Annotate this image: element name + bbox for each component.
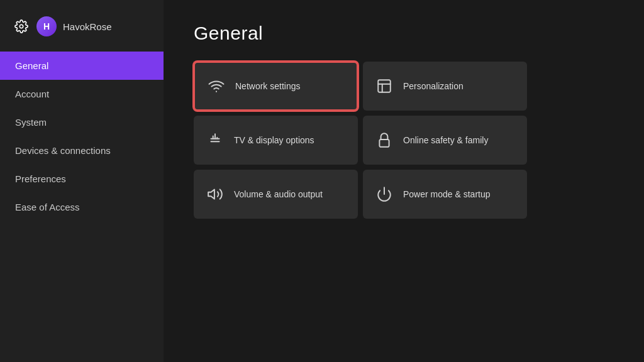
tile-personalization-label: Personalization: [403, 80, 464, 92]
tile-power-mode-label: Power mode & startup: [403, 189, 491, 200]
tile-tv-display[interactable]: TV & display options: [194, 116, 358, 165]
settings-grid: Network settings Personalization: [194, 62, 527, 219]
sidebar-item-devices[interactable]: Devices & connections: [0, 136, 164, 165]
network-icon: [208, 77, 225, 95]
sidebar-item-preferences[interactable]: Preferences: [0, 165, 164, 193]
main-content: General Network settings: [164, 0, 644, 362]
tile-network-settings-label: Network settings: [235, 80, 300, 92]
sidebar: H HavokRose General Account System Devic…: [0, 0, 164, 362]
svg-rect-2: [378, 80, 391, 92]
tile-online-safety-label: Online safety & family: [403, 134, 488, 146]
tv-display-icon: [206, 131, 224, 149]
sidebar-item-account[interactable]: Account: [0, 80, 164, 108]
sidebar-item-general[interactable]: General: [0, 52, 164, 80]
power-icon: [375, 185, 393, 203]
gear-icon: [13, 18, 30, 35]
volume-icon: [206, 185, 224, 203]
svg-rect-8: [379, 140, 389, 147]
lock-icon: [375, 131, 393, 149]
svg-marker-9: [208, 189, 214, 199]
tile-volume-audio-label: Volume & audio output: [234, 189, 323, 200]
sidebar-header: H HavokRose: [0, 11, 164, 49]
tile-power-mode[interactable]: Power mode & startup: [363, 170, 527, 219]
avatar: H: [36, 16, 57, 36]
sidebar-item-ease-of-access[interactable]: Ease of Access: [0, 193, 164, 221]
tile-personalization[interactable]: Personalization: [363, 62, 527, 111]
svg-point-0: [19, 25, 23, 28]
tile-network-settings[interactable]: Network settings: [194, 62, 358, 111]
tile-volume-audio[interactable]: Volume & audio output: [194, 170, 358, 219]
personalization-icon: [375, 77, 393, 95]
username-label: HavokRose: [63, 21, 112, 32]
sidebar-item-system[interactable]: System: [0, 108, 164, 136]
tile-online-safety[interactable]: Online safety & family: [363, 116, 527, 165]
svg-point-1: [216, 91, 217, 92]
tile-tv-display-label: TV & display options: [234, 134, 314, 146]
sidebar-nav: General Account System Devices & connect…: [0, 52, 164, 221]
page-title: General: [194, 23, 614, 44]
